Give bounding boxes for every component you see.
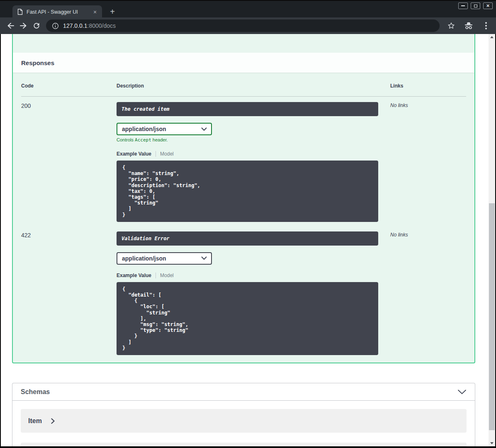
responses-section-header: Responses xyxy=(13,53,474,73)
chevron-down-icon xyxy=(201,127,207,131)
browser-window: Fast API - Swagger UI × + × xyxy=(0,0,496,448)
response-description: The created item xyxy=(117,102,378,116)
responses-table-header: Code Description Links xyxy=(21,73,466,97)
accept-note-code: Accept xyxy=(135,137,151,143)
incognito-indicator[interactable] xyxy=(463,20,474,32)
schemas-section: Schemas Item ValidationError xyxy=(12,383,475,446)
vertical-scrollbar[interactable] xyxy=(489,34,495,446)
close-icon: × xyxy=(486,3,490,8)
scroll-up-icon xyxy=(490,36,494,38)
back-button[interactable] xyxy=(4,19,17,32)
browser-toolbar: 127.0.0.1:8000/docs xyxy=(0,17,496,34)
url-text[interactable]: 127.0.0.1:8000/docs xyxy=(63,22,116,29)
response-description-cell: Validation Error application/json Exampl… xyxy=(117,231,390,355)
schemas-title: Schemas xyxy=(21,388,50,396)
browser-menu-button[interactable] xyxy=(480,20,492,32)
content-type-select[interactable]: application/json xyxy=(117,252,212,265)
tab-model[interactable]: Model xyxy=(160,273,174,278)
responses-table: Code Description Links 200 The created i… xyxy=(21,73,466,355)
forward-arrow-icon xyxy=(19,22,28,30)
forward-button[interactable] xyxy=(17,19,30,32)
example-json-block: { "detail": [ { "loc": [ "string" ], "ms… xyxy=(117,282,378,355)
url-path: :8000/docs xyxy=(88,22,116,29)
example-model-tabs: Example Value Model xyxy=(117,273,390,278)
toolbar-actions xyxy=(445,20,492,32)
tab-separator xyxy=(156,273,156,278)
schemas-header[interactable]: Schemas xyxy=(12,383,475,401)
tab-close-icon[interactable]: × xyxy=(91,8,99,16)
minimize-button[interactable] xyxy=(458,2,468,9)
accept-note-suffix: header. xyxy=(151,137,168,142)
response-links: No links xyxy=(390,231,466,355)
scroll-up-button[interactable] xyxy=(489,34,495,40)
incognito-icon xyxy=(464,22,473,30)
page-favicon-icon xyxy=(17,9,23,15)
schemas-body: Item ValidationError xyxy=(12,401,475,446)
column-header-description: Description xyxy=(117,83,390,89)
new-tab-button[interactable]: + xyxy=(107,6,118,17)
schema-model-validationerror[interactable]: ValidationError xyxy=(21,443,467,446)
content-type-select[interactable]: application/json xyxy=(117,123,212,135)
responses-title: Responses xyxy=(21,59,54,66)
swagger-page: Responses Code Description Links 200 The… xyxy=(1,34,495,446)
browser-tab[interactable]: Fast API - Swagger UI × xyxy=(12,5,102,18)
chevron-down-icon xyxy=(201,256,207,260)
chevron-right-icon xyxy=(51,418,55,424)
accept-note-prefix: Controls xyxy=(117,137,135,142)
response-description: Validation Error xyxy=(117,231,378,246)
url-host: 127.0.0.1 xyxy=(63,22,87,29)
tab-strip: Fast API - Swagger UI × + × xyxy=(0,0,496,17)
response-links: No links xyxy=(390,102,466,222)
kebab-menu-icon xyxy=(485,22,487,29)
content-type-value: application/json xyxy=(122,126,166,132)
content-type-value: application/json xyxy=(122,255,166,262)
response-code: 422 xyxy=(21,231,117,355)
response-row-422: 422 Validation Error application/json Ex… xyxy=(21,226,466,355)
response-description-cell: The created item application/json Contro… xyxy=(117,102,390,222)
star-icon xyxy=(447,22,455,30)
chevron-down-icon[interactable] xyxy=(457,390,467,394)
tab-example-value[interactable]: Example Value xyxy=(117,273,151,278)
accept-header-note: Controls Accept header. xyxy=(117,137,390,143)
scroll-down-icon xyxy=(490,442,494,444)
maximize-button[interactable] xyxy=(471,2,480,9)
row-gap xyxy=(21,222,466,226)
example-model-tabs: Example Value Model xyxy=(117,151,390,157)
example-json-block: { "name": "string", "price": 0, "descrip… xyxy=(117,161,378,222)
address-bar[interactable]: 127.0.0.1:8000/docs xyxy=(46,19,440,32)
site-info-icon[interactable] xyxy=(52,22,59,29)
tab-separator xyxy=(156,151,156,157)
schema-model-item[interactable]: Item xyxy=(21,409,467,433)
column-header-links: Links xyxy=(390,83,466,89)
post-operation-block: Responses Code Description Links 200 The… xyxy=(12,34,475,363)
reload-icon xyxy=(32,22,41,30)
maximize-icon xyxy=(474,5,477,7)
back-arrow-icon xyxy=(6,22,15,30)
model-name: Item xyxy=(28,417,42,425)
scrollbar-thumb[interactable] xyxy=(489,203,495,430)
response-row-200: 200 The created item application/json Co… xyxy=(21,97,466,222)
minimize-icon xyxy=(461,5,465,6)
reload-button[interactable] xyxy=(30,19,43,32)
response-code: 200 xyxy=(21,102,117,222)
close-button[interactable]: × xyxy=(483,2,493,9)
tab-title: Fast API - Swagger UI xyxy=(27,9,91,15)
tab-model[interactable]: Model xyxy=(160,151,174,157)
window-controls: × xyxy=(458,2,493,9)
tab-example-value[interactable]: Example Value xyxy=(117,151,151,157)
bookmark-button[interactable] xyxy=(445,20,457,32)
scroll-down-button[interactable] xyxy=(489,440,495,446)
operation-body-spacer xyxy=(13,34,474,53)
column-header-code: Code xyxy=(21,83,117,89)
